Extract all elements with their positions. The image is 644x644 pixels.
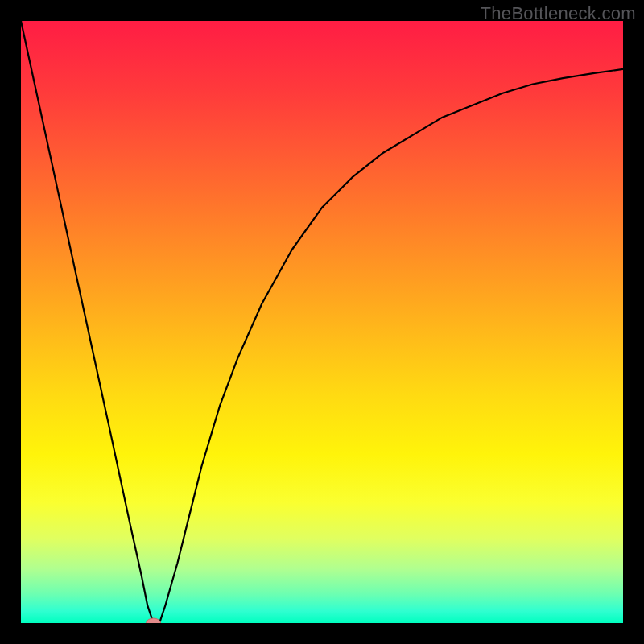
- optimum-marker: [147, 618, 161, 623]
- chart-frame: TheBottleneck.com: [0, 0, 644, 644]
- chart-svg: [21, 21, 623, 623]
- bottleneck-curve: [21, 21, 623, 623]
- watermark-text: TheBottleneck.com: [481, 3, 636, 24]
- plot-area: [21, 21, 623, 623]
